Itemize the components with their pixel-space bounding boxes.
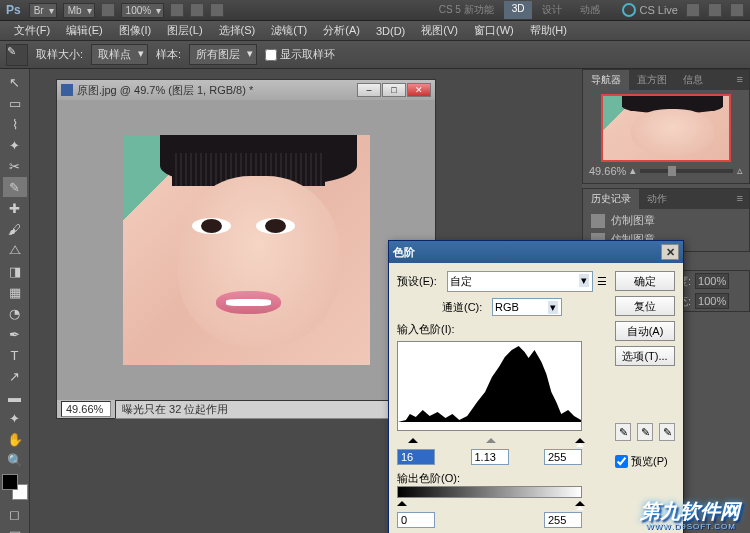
dialog-close-button[interactable]: ✕ bbox=[661, 244, 679, 260]
brush-tool[interactable]: 🖌 bbox=[3, 219, 27, 239]
black-point-slider[interactable] bbox=[408, 433, 418, 443]
zoom-out-icon[interactable]: ▴ bbox=[630, 164, 636, 177]
minimize-button[interactable]: – bbox=[357, 83, 381, 97]
workspace-tab[interactable]: 3D bbox=[504, 1, 533, 19]
color-swatch[interactable] bbox=[2, 474, 28, 500]
zoom-in-icon[interactable]: ▵ bbox=[737, 164, 743, 177]
navigator-thumbnail[interactable] bbox=[601, 94, 731, 162]
output-white-slider[interactable] bbox=[575, 496, 585, 506]
white-eyedropper-icon[interactable]: ✎ bbox=[659, 423, 675, 441]
document-canvas[interactable] bbox=[57, 100, 435, 400]
show-ring-checkbox[interactable]: 显示取样环 bbox=[265, 47, 335, 62]
workspace-tab[interactable]: CS 5 新功能 bbox=[431, 1, 502, 19]
input-slider[interactable] bbox=[397, 435, 582, 447]
stamp-icon bbox=[591, 214, 605, 228]
pen-tool[interactable]: ✒ bbox=[3, 324, 27, 344]
gray-eyedropper-icon[interactable]: ✎ bbox=[637, 423, 653, 441]
gamma-slider[interactable] bbox=[486, 433, 496, 443]
preset-menu-icon[interactable]: ☰ bbox=[597, 275, 607, 288]
menu-view[interactable]: 视图(V) bbox=[415, 21, 464, 40]
white-point-slider[interactable] bbox=[575, 433, 585, 443]
menu-edit[interactable]: 编辑(E) bbox=[60, 21, 109, 40]
path-tool[interactable]: ↗ bbox=[3, 366, 27, 386]
screenmode-tool[interactable]: ▣ bbox=[3, 525, 27, 533]
nav-zoom-slider[interactable] bbox=[640, 169, 733, 173]
zoom-tool[interactable]: 🔍 bbox=[3, 450, 27, 470]
workspace-tab[interactable]: 动感 bbox=[572, 1, 608, 19]
3d-tool[interactable]: ✦ bbox=[3, 408, 27, 428]
window-icon[interactable] bbox=[686, 3, 700, 17]
photo-content bbox=[123, 135, 370, 365]
workspace-tab[interactable]: 设计 bbox=[534, 1, 570, 19]
stamp-tool[interactable]: ⧍ bbox=[3, 240, 27, 260]
black-eyedropper-icon[interactable]: ✎ bbox=[615, 423, 631, 441]
fill-field[interactable]: 100% bbox=[695, 293, 729, 309]
window-icon[interactable] bbox=[730, 3, 744, 17]
heal-tool[interactable]: ✚ bbox=[3, 198, 27, 218]
menu-file[interactable]: 文件(F) bbox=[8, 21, 56, 40]
tab-history[interactable]: 历史记录 bbox=[583, 189, 639, 209]
current-tool-icon[interactable]: ✎ bbox=[6, 44, 28, 66]
options-button[interactable]: 选项(T)... bbox=[615, 346, 675, 366]
move-tool[interactable]: ↖ bbox=[3, 72, 27, 92]
output-slider[interactable] bbox=[397, 498, 582, 510]
input-gamma-field[interactable]: 1.13 bbox=[471, 449, 509, 465]
blur-tool[interactable]: ◔ bbox=[3, 303, 27, 323]
input-black-field[interactable]: 16 bbox=[397, 449, 435, 465]
cslive-button[interactable]: CS Live bbox=[622, 3, 678, 17]
menu-window[interactable]: 窗口(W) bbox=[468, 21, 520, 40]
cancel-button[interactable]: 复位 bbox=[615, 296, 675, 316]
window-icon[interactable] bbox=[708, 3, 722, 17]
hand-tool[interactable]: ✋ bbox=[3, 429, 27, 449]
layout-icon[interactable] bbox=[101, 3, 115, 17]
eraser-tool[interactable]: ◨ bbox=[3, 261, 27, 281]
input-white-field[interactable]: 255 bbox=[544, 449, 582, 465]
hand-icon[interactable] bbox=[170, 3, 184, 17]
sample-dropdown[interactable]: 所有图层 bbox=[189, 44, 257, 65]
menu-image[interactable]: 图像(I) bbox=[113, 21, 157, 40]
minibridge-button[interactable]: Mb bbox=[63, 3, 95, 18]
type-tool[interactable]: T bbox=[3, 345, 27, 365]
output-black-field[interactable]: 0 bbox=[397, 512, 435, 528]
lasso-tool[interactable]: ⌇ bbox=[3, 114, 27, 134]
output-white-field[interactable]: 255 bbox=[544, 512, 582, 528]
bridge-button[interactable]: Br bbox=[29, 3, 57, 18]
arrange-icon[interactable] bbox=[190, 3, 204, 17]
menu-analysis[interactable]: 分析(A) bbox=[317, 21, 366, 40]
opacity-field[interactable]: 100% bbox=[695, 273, 729, 289]
channel-label: 通道(C): bbox=[442, 300, 488, 315]
panel-menu-icon[interactable]: ≡ bbox=[731, 70, 749, 90]
menu-layer[interactable]: 图层(L) bbox=[161, 21, 208, 40]
output-black-slider[interactable] bbox=[397, 496, 407, 506]
history-item[interactable]: 仿制图章 bbox=[585, 211, 747, 230]
tab-info[interactable]: 信息 bbox=[675, 70, 711, 90]
preview-checkbox[interactable]: 预览(P) bbox=[615, 454, 675, 469]
tab-navigator[interactable]: 导航器 bbox=[583, 70, 629, 90]
maximize-button[interactable]: □ bbox=[382, 83, 406, 97]
zoom-field[interactable]: 49.66% bbox=[61, 401, 111, 417]
marquee-tool[interactable]: ▭ bbox=[3, 93, 27, 113]
menu-filter[interactable]: 滤镜(T) bbox=[265, 21, 313, 40]
auto-button[interactable]: 自动(A) bbox=[615, 321, 675, 341]
wand-tool[interactable]: ✦ bbox=[3, 135, 27, 155]
eyedropper-tool[interactable]: ✎ bbox=[3, 177, 27, 197]
shape-tool[interactable]: ▬ bbox=[3, 387, 27, 407]
close-button[interactable]: ✕ bbox=[407, 83, 431, 97]
menu-help[interactable]: 帮助(H) bbox=[524, 21, 573, 40]
menu-3d[interactable]: 3D(D) bbox=[370, 23, 411, 39]
screen-mode-icon[interactable] bbox=[210, 3, 224, 17]
ok-button[interactable]: 确定 bbox=[615, 271, 675, 291]
tab-actions[interactable]: 动作 bbox=[639, 189, 675, 209]
zoom-dropdown[interactable]: 100% bbox=[121, 3, 165, 18]
quickmask-tool[interactable]: ◻ bbox=[3, 504, 27, 524]
panel-menu-icon[interactable]: ≡ bbox=[731, 189, 749, 209]
tab-histogram[interactable]: 直方图 bbox=[629, 70, 675, 90]
document-icon bbox=[61, 84, 73, 96]
crop-tool[interactable]: ✂ bbox=[3, 156, 27, 176]
preset-dropdown[interactable]: 自定 bbox=[447, 271, 593, 292]
sample-size-dropdown[interactable]: 取样点 bbox=[91, 44, 148, 65]
status-info[interactable]: 曝光只在 32 位起作用 bbox=[115, 400, 421, 419]
channel-dropdown[interactable]: RGB bbox=[492, 298, 562, 316]
gradient-tool[interactable]: ▦ bbox=[3, 282, 27, 302]
menu-select[interactable]: 选择(S) bbox=[213, 21, 262, 40]
